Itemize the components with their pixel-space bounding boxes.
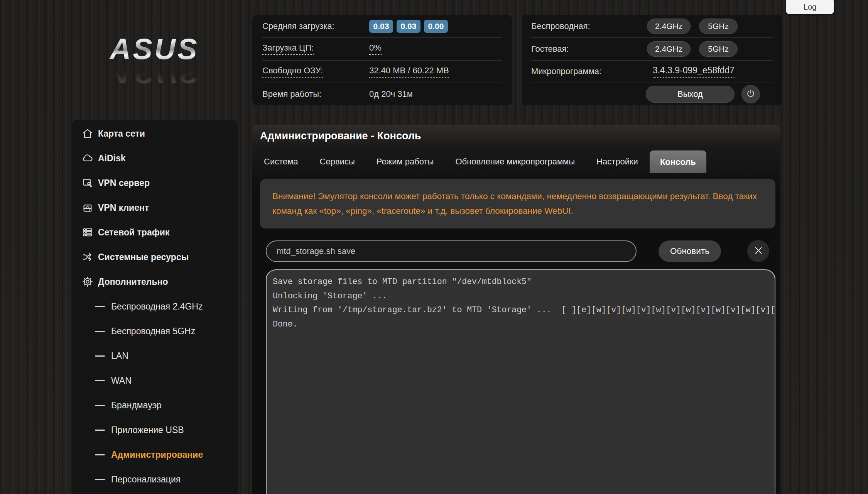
close-icon [753, 245, 763, 257]
sidebar-item-network-map[interactable]: Карта сети [72, 121, 238, 146]
sidebar-item-vpn-client[interactable]: VPN клиент [72, 195, 238, 220]
tabs-row: Система Сервисы Режим работы Обновление … [252, 151, 780, 173]
guest-24ghz-button[interactable]: 2.4GHz [647, 41, 691, 57]
cloud-icon [82, 152, 93, 164]
load-badge-1m: 0.03 [369, 20, 393, 33]
dash-icon [95, 306, 105, 307]
sidebar-item-advanced[interactable]: Дополнительно [72, 269, 238, 294]
asus-logo: ASUS ASUS [77, 34, 231, 88]
refresh-button[interactable]: Обновить [659, 240, 721, 262]
tab-services[interactable]: Сервисы [320, 157, 355, 167]
shuffle-icon [82, 251, 93, 263]
sidebar-item-vpn-server[interactable]: VPN сервер [72, 171, 238, 195]
wireless-5ghz-button[interactable]: 5GHz [699, 19, 738, 34]
sidebar-item-aidisk[interactable]: AiDisk [72, 146, 238, 171]
logout-button[interactable]: Выход [646, 86, 735, 103]
sidebar-subitem-firewall[interactable]: Брандмауэр [72, 393, 238, 418]
console-line: Writing from '/tmp/storage.tar.bz2' to M… [273, 303, 775, 317]
console-warning: Внимание! Эмулятор консоли может работат… [260, 179, 775, 228]
uptime-label: Время работы: [262, 89, 369, 99]
firmware-version[interactable]: 3.4.3.9-099_e58fdd7 [653, 65, 735, 78]
vpn-server-icon [82, 177, 93, 189]
sidebar: Карта сети AiDisk VPN сервер VPN клиент … [72, 120, 238, 494]
traffic-icon [82, 227, 93, 238]
guest-row: Гостевая: 2.4GHz 5GHz [531, 37, 773, 60]
sidebar-subitem-wireless-5ghz[interactable]: Беспроводная 5GHz [72, 319, 238, 343]
reboot-button[interactable] [741, 85, 760, 103]
cpu-usage-label[interactable]: Загрузка ЦП: [262, 43, 369, 55]
tab-system[interactable]: Система [264, 157, 298, 167]
sidebar-item-network-traffic[interactable]: Сетевой трафик [72, 220, 238, 245]
vpn-client-icon [82, 202, 93, 213]
free-ram-value[interactable]: 32.40 MB / 60.22 MB [369, 66, 449, 78]
guest-label: Гостевая: [531, 44, 647, 54]
sidebar-subitem-lan[interactable]: LAN [72, 343, 238, 368]
uptime-value: 0д 20ч 31м [369, 89, 413, 99]
wireless-bands: 2.4GHz 5GHz [647, 19, 776, 34]
free-ram-value-area: 32.40 MB / 60.22 MB [369, 66, 502, 78]
dash-icon [95, 380, 105, 381]
tab-console[interactable]: Консоль [650, 151, 706, 173]
console-line: Unlocking 'Storage' ... [273, 289, 775, 303]
sidebar-subitem-administration[interactable]: Администрирование [72, 442, 238, 467]
sidebar-item-system-resources[interactable]: Системные ресурсы [72, 245, 238, 269]
command-row: Обновить [266, 240, 780, 262]
uptime-row: Время работы: 0д 20ч 31м [262, 83, 502, 105]
firmware-row: Микропрограмма: 3.4.3.9-099_e58fdd7 [531, 60, 773, 83]
command-input[interactable] [266, 240, 637, 262]
firmware-label: Микропрограмма: [531, 66, 647, 76]
console-output[interactable]: Save storage files to MTD partition "/de… [266, 269, 775, 494]
cpu-usage-row: Загрузка ЦП: 0% [262, 37, 502, 60]
page: Log ASUS ASUS Средняя загрузка: 0.03 0.0… [0, 0, 868, 494]
load-average-values: 0.03 0.03 0.00 [369, 20, 502, 33]
free-ram-row: Свободно ОЗУ: 32.40 MB / 60.22 MB [262, 60, 502, 83]
clear-button[interactable] [747, 240, 769, 262]
page-title: Администрирование - Консоль [260, 130, 780, 142]
console-line: Done. [273, 317, 775, 332]
cpu-usage-value-area: 0% [369, 43, 502, 55]
dash-icon [95, 405, 105, 406]
dash-icon [95, 331, 105, 332]
sidebar-subitem-wireless-24ghz[interactable]: Беспроводная 2.4GHz [72, 294, 238, 319]
load-average-label: Средняя загрузка: [262, 21, 369, 31]
guest-5ghz-button[interactable]: 5GHz [699, 41, 738, 57]
logout-row: Выход [531, 83, 773, 105]
dash-icon [95, 479, 105, 480]
wireless-24ghz-button[interactable]: 2.4GHz [647, 19, 691, 34]
load-average-row: Средняя загрузка: 0.03 0.03 0.00 [262, 15, 502, 37]
power-icon [746, 89, 756, 100]
sidebar-subitem-personalization[interactable]: Персонализация [72, 467, 238, 492]
free-ram-label[interactable]: Свободно ОЗУ: [262, 66, 369, 78]
main-content: Администрирование - Консоль Система Серв… [252, 125, 780, 494]
console-line: Save storage files to MTD partition "/de… [273, 275, 775, 289]
dash-icon [95, 430, 105, 431]
log-button[interactable]: Log [786, 0, 834, 14]
firmware-value-area: 3.4.3.9-099_e58fdd7 [647, 65, 773, 78]
sidebar-subitem-wan[interactable]: WAN [72, 368, 238, 393]
wireless-label: Беспроводная: [531, 21, 647, 31]
wireless-panel: Беспроводная: 2.4GHz 5GHz Гостевая: 2.4G… [522, 15, 782, 105]
tab-operation-mode[interactable]: Режим работы [377, 157, 434, 167]
cpu-usage-value[interactable]: 0% [369, 43, 382, 55]
load-badge-15m: 0.00 [424, 20, 448, 33]
sidebar-subitem-usb-application[interactable]: Приложение USB [72, 418, 238, 442]
tab-settings[interactable]: Настройки [596, 157, 638, 167]
tab-firmware-upgrade[interactable]: Обновление микропрограммы [455, 157, 575, 167]
gear-icon [82, 276, 93, 288]
wireless-row: Беспроводная: 2.4GHz 5GHz [531, 15, 773, 37]
home-icon [82, 128, 93, 139]
guest-bands: 2.4GHz 5GHz [647, 41, 776, 57]
uptime-value-area: 0д 20ч 31м [369, 89, 502, 99]
dash-icon [95, 355, 105, 357]
load-badge-5m: 0.03 [397, 20, 420, 33]
asus-logo-reflection: ASUS [77, 58, 231, 88]
system-status-panel: Средняя загрузка: 0.03 0.03 0.00 Загрузк… [252, 15, 512, 105]
dash-icon [95, 454, 105, 455]
